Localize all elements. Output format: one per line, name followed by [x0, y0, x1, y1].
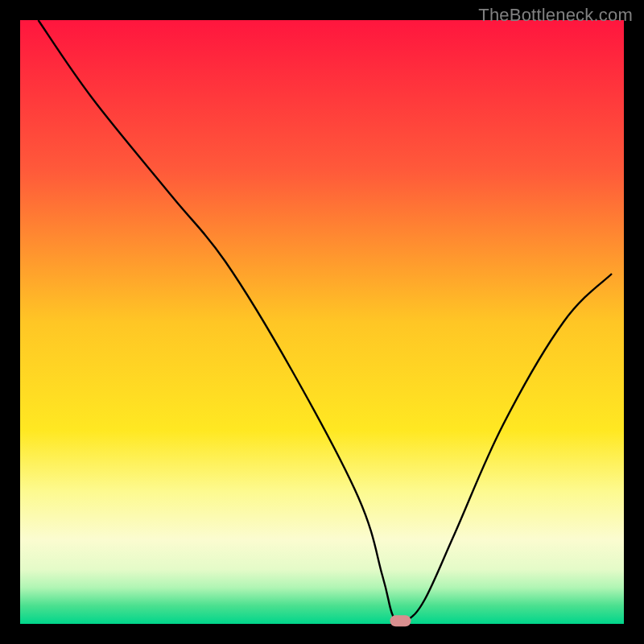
chart-container: TheBottleneck.com [0, 0, 644, 644]
bottleneck-chart [0, 0, 644, 644]
watermark-text: TheBottleneck.com [478, 5, 633, 26]
optimal-marker [390, 615, 411, 626]
plot-area [20, 20, 624, 624]
